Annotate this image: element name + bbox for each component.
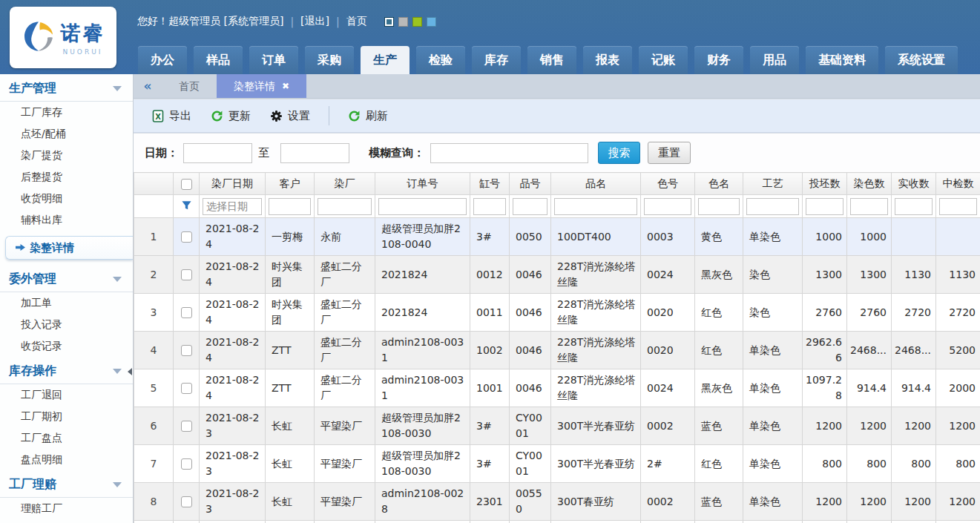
nav-tab-财务[interactable]: 财务	[694, 46, 743, 74]
column-header-品号[interactable]: 品号	[510, 173, 551, 195]
column-header-客户[interactable]: 客户	[266, 173, 315, 195]
nav-tab-生产[interactable]: 生产	[361, 46, 410, 74]
nav-tab-检验[interactable]: 检验	[416, 46, 465, 74]
column-filter-工艺[interactable]	[746, 198, 799, 215]
column-header-染厂日期[interactable]: 染厂日期	[200, 173, 266, 195]
设置-button[interactable]: 设置	[263, 105, 318, 128]
reset-button[interactable]: 重置	[648, 142, 691, 164]
table-row[interactable]: 12021-08-24一剪梅永前超级管理员加胖2108-00403#005010…	[134, 218, 980, 256]
filter-funnel-icon[interactable]	[181, 200, 192, 211]
column-filter-染厂[interactable]	[318, 198, 372, 215]
close-icon[interactable]: ✖	[282, 82, 289, 91]
column-filter-色名[interactable]	[698, 198, 740, 215]
nav-tab-采购[interactable]: 采购	[305, 46, 354, 74]
nav-tab-办公[interactable]: 办公	[138, 46, 187, 74]
column-header-工艺[interactable]: 工艺	[743, 173, 803, 195]
column-header-染厂[interactable]: 染厂	[315, 173, 375, 195]
column-header-色号[interactable]: 色号	[641, 173, 695, 195]
sidebar-item-工厂退回[interactable]: 工厂退回	[0, 384, 133, 406]
table-row[interactable]: 32021-08-24时兴集团盛虹二分厂202182400110046228T消…	[134, 294, 980, 332]
row-checkbox[interactable]	[181, 269, 192, 280]
sidebar-section-委外管理[interactable]: 委外管理	[0, 265, 133, 292]
column-header-实收数[interactable]: 实收数	[892, 173, 936, 195]
search-button[interactable]: 搜索	[598, 142, 640, 164]
fuzzy-query-input[interactable]	[430, 143, 588, 163]
theme-light-blue-swatch[interactable]	[427, 17, 436, 27]
row-checkbox[interactable]	[181, 345, 192, 356]
更新-button[interactable]: 更新	[203, 105, 258, 128]
sidebar-item-工厂盘点[interactable]: 工厂盘点	[0, 427, 133, 449]
nav-tab-系统设置[interactable]: 系统设置	[885, 46, 958, 74]
column-filter-实收数[interactable]	[895, 198, 933, 215]
theme-green-swatch[interactable]	[412, 17, 422, 27]
table-row[interactable]: 82021-08-23长虹平望染厂admin2108-0028230100550…	[134, 483, 980, 521]
sidebar-item-染整详情[interactable]: 染整详情	[5, 236, 133, 260]
row-checkbox[interactable]	[181, 383, 192, 394]
nav-tab-销售[interactable]: 销售	[527, 46, 576, 74]
sidebar-item-后整提货[interactable]: 后整提货	[0, 166, 133, 188]
row-checkbox[interactable]	[181, 421, 192, 432]
sidebar-item-收货明细[interactable]: 收货明细	[0, 188, 133, 209]
table-row[interactable]: 52021-08-24ZTT盛虹二分厂admin2108-00311001004…	[134, 369, 980, 407]
nav-tab-用品[interactable]: 用品	[750, 46, 799, 74]
home-link[interactable]: 首页	[346, 15, 367, 28]
row-checkbox[interactable]	[181, 307, 192, 318]
sidebar-item-工厂期初[interactable]: 工厂期初	[0, 406, 133, 427]
column-header-中检数[interactable]: 中检数	[936, 173, 980, 195]
sidebar-item-收货记录[interactable]: 收货记录	[0, 335, 133, 357]
column-filter-品名[interactable]	[554, 198, 637, 215]
column-filter-品号[interactable]	[513, 198, 547, 215]
column-header-品名[interactable]: 品名	[551, 173, 641, 195]
table-row[interactable]: 62021-08-23长虹平望染厂超级管理员加胖2108-00303#CY000…	[134, 407, 980, 445]
sidebar-section-工厂理赔[interactable]: 工厂理赔	[0, 470, 133, 498]
page-tab-首页[interactable]: 首页	[162, 74, 217, 98]
nav-tab-样品[interactable]: 样品	[194, 46, 243, 74]
page-tab-染整详情[interactable]: 染整详情✖	[217, 74, 306, 98]
select-all-checkbox[interactable]	[181, 179, 192, 190]
column-filter-缸号[interactable]	[473, 198, 506, 215]
column-filter-投坯数[interactable]	[806, 198, 843, 215]
row-checkbox[interactable]	[181, 231, 192, 243]
date-from-input[interactable]	[183, 143, 252, 163]
date-to-input[interactable]	[280, 143, 349, 163]
nav-tab-报表[interactable]: 报表	[583, 46, 632, 74]
column-header-缸号[interactable]: 缸号	[470, 173, 510, 195]
table-row[interactable]: 72021-08-23长虹平望染厂超级管理员加胖2108-00303#CY000…	[134, 445, 980, 483]
column-filter-中检数[interactable]	[939, 198, 977, 215]
theme-gray-swatch[interactable]	[398, 17, 408, 27]
table-row[interactable]: 42021-08-24ZTT盛虹二分厂admin2108-00311002004…	[134, 332, 980, 369]
column-filter-染厂日期[interactable]	[203, 198, 262, 215]
column-header-投坯数[interactable]: 投坯数	[803, 173, 847, 195]
nav-tab-基础资料[interactable]: 基础资料	[806, 46, 878, 74]
table-row[interactable]: 92021-08-23长虹平望染厂admin2108-0028230000550…	[134, 521, 980, 523]
sidebar-item-加工单[interactable]: 加工单	[0, 292, 133, 314]
nav-tab-订单[interactable]: 订单	[249, 46, 298, 74]
row-checkbox[interactable]	[181, 458, 192, 470]
nav-tab-库存[interactable]: 库存	[472, 46, 521, 74]
刷新-button[interactable]: 刷新	[341, 105, 395, 128]
sidebar-collapse-handle[interactable]	[128, 368, 132, 375]
sidebar-item-染厂提货[interactable]: 染厂提货	[0, 145, 133, 166]
sidebar-section-生产管理[interactable]: 生产管理	[0, 74, 133, 102]
row-checkbox[interactable]	[181, 496, 192, 507]
column-header-色名[interactable]: 色名	[695, 173, 743, 195]
sidebar-item-盘点明细[interactable]: 盘点明细	[0, 449, 133, 470]
sidebar-item-投入记录[interactable]: 投入记录	[0, 314, 133, 335]
column-filter-客户[interactable]	[269, 198, 311, 215]
tab-scroll-left-icon[interactable]: «	[134, 74, 162, 98]
sidebar-item-点坯/配桶[interactable]: 点坯/配桶	[0, 123, 133, 145]
column-filter-染色数[interactable]	[850, 198, 888, 215]
sidebar-section-库存操作[interactable]: 库存操作	[0, 357, 133, 384]
column-filter-订单号[interactable]	[378, 198, 467, 215]
column-header-订单号[interactable]: 订单号	[375, 173, 470, 195]
theme-steel-blue-swatch[interactable]	[384, 17, 394, 27]
logout-link[interactable]: [退出]	[300, 15, 329, 28]
导出-button[interactable]: X导出	[144, 105, 199, 128]
column-filter-色号[interactable]	[644, 198, 691, 215]
sidebar-item-辅料出库[interactable]: 辅料出库	[0, 209, 133, 231]
column-header-染色数[interactable]: 染色数	[847, 173, 892, 195]
table-row[interactable]: 22021-08-24时兴集团盛虹二分厂202182400120046228T消…	[134, 256, 980, 294]
sidebar-item-工厂库存[interactable]: 工厂库存	[0, 102, 133, 123]
nav-tab-记账[interactable]: 记账	[639, 46, 688, 74]
sidebar-item-理赔工厂[interactable]: 理赔工厂	[0, 498, 133, 519]
